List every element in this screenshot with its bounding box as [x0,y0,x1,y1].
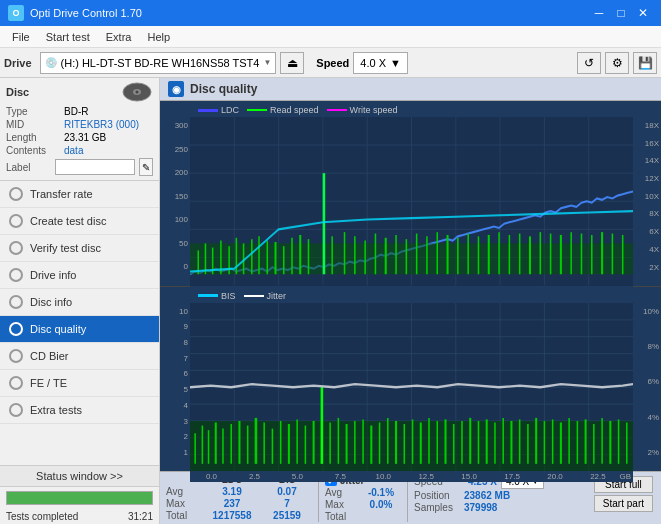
app-title: Opti Drive Control 1.70 [30,7,142,19]
chart-bottom: BIS Jitter 10 9 8 7 6 5 4 3 2 [160,287,661,472]
menu-help[interactable]: Help [139,29,178,45]
sidebar-item-fe-te[interactable]: FE / TE [0,370,159,397]
charts-container: LDC Read speed Write speed 300 250 200 1… [160,101,661,524]
menu-extra[interactable]: Extra [98,29,140,45]
sidebar-item-create-test-disc[interactable]: Create test disc [0,208,159,235]
status-text: Tests completed [6,511,78,522]
refresh-button[interactable]: ↺ [577,52,601,74]
samples-val: 379998 [464,502,497,513]
bottom-legend: BIS Jitter [190,289,294,303]
position-val: 23862 MB [464,490,510,501]
sidebar: Disc Type BD-R MID RITEKBR3 (000) Length… [0,78,160,524]
speed-dropdown[interactable]: 4.0 X ▼ [353,52,408,74]
label-edit-button[interactable]: ✎ [139,158,153,176]
disc-panel-title: Disc [6,86,29,98]
menu-bar: File Start test Extra Help [0,26,661,48]
bottom-y-axis-left: 10 9 8 7 6 5 4 3 2 1 [160,303,190,472]
app-icon: O [8,5,24,21]
disc-quality-header: ◉ Disc quality [160,78,661,101]
start-part-button[interactable]: Start part [594,495,653,512]
top-legend: LDC Read speed Write speed [190,103,405,117]
status-section: Status window >> Tests completed 31:21 [0,465,159,524]
sidebar-item-extra-tests[interactable]: Extra tests [0,397,159,424]
top-y-axis-left: 300 250 200 150 100 50 0 [160,117,190,286]
bottom-chart-svg [190,303,633,472]
menu-start-test[interactable]: Start test [38,29,98,45]
eject-button[interactable]: ⏏ [280,52,304,74]
top-chart-svg [190,117,633,286]
avg-ldc: 3.19 [202,486,262,497]
drive-toolbar: Drive 💿 (H:) HL-DT-ST BD-RE WH16NS58 TST… [0,48,661,78]
speed-label: Speed [316,57,349,69]
contents-label: Contents [6,145,64,156]
sidebar-item-cd-bier[interactable]: CD Bier [0,343,159,370]
top-chart-inner: 0.0 2.5 5.0 7.5 10.0 12.5 15.0 17.5 20.0… [190,117,633,286]
jitter-max: 0.0% [361,499,401,510]
maximize-button[interactable]: □ [611,4,631,22]
disc-quality-title: Disc quality [190,82,257,96]
status-time: 31:21 [128,511,153,522]
close-button[interactable]: ✕ [633,4,653,22]
settings-button[interactable]: ⚙ [605,52,629,74]
drive-label: Drive [4,57,32,69]
progress-bar [6,491,153,505]
disc-panel: Disc Type BD-R MID RITEKBR3 (000) Length… [0,78,159,181]
disc-icon [121,82,153,102]
top-y-axis-right: 18X 16X 14X 12X 10X 8X 6X 4X 2X [633,117,661,286]
sidebar-item-drive-info[interactable]: Drive info [0,262,159,289]
max-ldc: 237 [202,498,262,509]
sidebar-item-transfer-rate[interactable]: Transfer rate [0,181,159,208]
title-bar: O Opti Drive Control 1.70 ─ □ ✕ [0,0,661,26]
avg-bis: 0.07 [262,486,312,497]
disc-quality-icon: ◉ [168,81,184,97]
drive-dropdown[interactable]: 💿 (H:) HL-DT-ST BD-RE WH16NS58 TST4 ▼ [40,52,277,74]
sidebar-item-verify-test-disc[interactable]: Verify test disc [0,235,159,262]
svg-point-2 [136,91,139,94]
sidebar-item-disc-quality[interactable]: Disc quality [0,316,159,343]
total-bis: 25159 [262,510,312,521]
status-window-button[interactable]: Status window >> [0,466,159,487]
save-button[interactable]: 💾 [633,52,657,74]
minimize-button[interactable]: ─ [589,4,609,22]
sidebar-item-disc-info[interactable]: Disc info [0,289,159,316]
type-label: Type [6,106,64,117]
bottom-chart-inner: 0.0 2.5 5.0 7.5 10.0 12.5 15.0 17.5 20.0… [190,303,633,472]
drive-dropdown-arrow: ▼ [263,58,271,67]
content-area: ◉ Disc quality LDC Read speed Write spee… [160,78,661,524]
bottom-y-axis-right: 10% 8% 6% 4% 2% [633,303,661,472]
menu-file[interactable]: File [4,29,38,45]
label-input[interactable] [55,159,135,175]
jitter-avg: -0.1% [361,487,401,498]
chart-top: LDC Read speed Write speed 300 250 200 1… [160,101,661,287]
nav-items: Transfer rate Create test disc Verify te… [0,181,159,424]
contents-val: data [64,145,83,156]
label-label: Label [6,162,51,173]
length-val: 23.31 GB [64,132,106,143]
total-ldc: 1217558 [202,510,262,521]
progress-fill [7,492,152,504]
type-val: BD-R [64,106,88,117]
max-bis: 7 [262,498,312,509]
mid-label: MID [6,119,64,130]
length-label: Length [6,132,64,143]
mid-val: RITEKBR3 (000) [64,119,139,130]
